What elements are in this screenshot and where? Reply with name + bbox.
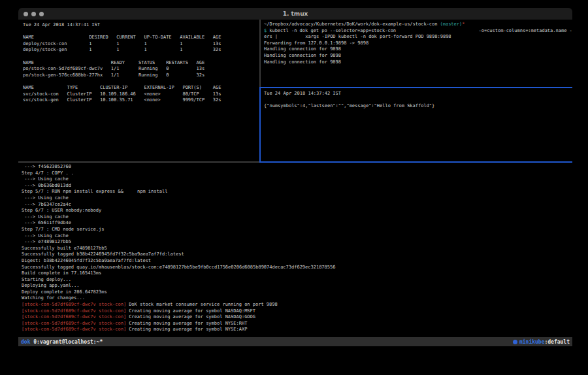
- tmux-status-bar: dok 0:vagrant@localhost:~* minikube:defa…: [18, 337, 572, 346]
- curl-timestamp: Tue 24 Apr 2018 14:37:42 IST: [264, 91, 572, 97]
- kube-namespace: :default: [544, 339, 570, 345]
- window-title: 1. tmux: [18, 8, 572, 20]
- pod-log-message: Creating moving average for symbol NYSE:…: [129, 321, 247, 326]
- container-log-line: [stock-con-5d7df689cf-dwc7v stock-con]Do…: [22, 302, 572, 308]
- pane-kubectl-watch[interactable]: Tue 24 Apr 2018 14:37:41 IST NAME DESIRE…: [18, 20, 259, 161]
- deployments-table: NAME DESIRED CURRENT UP-TO-DATE AVAILABL…: [23, 35, 259, 54]
- services-table: NAME TYPE CLUSTER-IP EXTERNAL-IP PORT(S)…: [23, 85, 259, 104]
- status-right: minikube:default: [513, 339, 570, 345]
- cwd-path: ~/Dropbox/advocacy/Kubernetes/DoK/work/d…: [264, 22, 440, 27]
- spacer: [264, 97, 572, 104]
- pod-log-message: Creating moving average for symbol NASDA…: [129, 314, 255, 319]
- pod-log-message: DoK stock market consumer service runnin…: [129, 302, 278, 307]
- command-text: kubectl -n dok get po --selector=app=sto…: [269, 28, 572, 33]
- curl-json-response: {"numsymbols":4,"lastseen":"","message":…: [264, 103, 572, 110]
- pod-log-message: Creating moving average for symbol NYSE:…: [129, 327, 247, 332]
- git-branch: (master): [440, 22, 463, 27]
- spacer: [23, 54, 259, 60]
- pane-port-forward[interactable]: ~/Dropbox/advocacy/Kubernetes/DoK/work/d…: [261, 20, 572, 87]
- spacer: [23, 29, 259, 35]
- pod-log-prefix: [stock-con-5d7df689cf-dwc7v stock-con]: [22, 314, 129, 319]
- command-line: $kubectl -n dok get po --selector=app=st…: [264, 28, 572, 35]
- spacer: [23, 78, 259, 85]
- status-left: dok 0:vagrant@localhost:~*: [21, 339, 103, 345]
- pane-border-horizontal-active: [261, 87, 572, 88]
- pane-border-vertical-active: [259, 87, 261, 163]
- docker-build-log: ---> f45623052760 Step 4/7 : COPY . . --…: [22, 164, 572, 302]
- pane-skaffold-build[interactable]: ---> f45623052760 Step 4/7 : COPY . . --…: [18, 163, 572, 337]
- pod-log-prefix: [stock-con-5d7df689cf-dwc7v stock-con]: [22, 321, 129, 326]
- prompt-symbol: $: [264, 28, 269, 33]
- pod-log-prefix: [stock-con-5d7df689cf-dwc7v stock-con]: [22, 302, 129, 307]
- shell-prompt-path: ~/Dropbox/advocacy/Kubernetes/DoK/work/d…: [264, 22, 572, 28]
- command-wrap-line: ers | xargs -IPOD kubectl -n dok port-fo…: [264, 34, 572, 41]
- pane-border-vertical-inactive: [259, 20, 261, 87]
- pod-log-message: Creating moving average for symbol NASDA…: [129, 308, 255, 314]
- pod-log-prefix: [stock-con-5d7df689cf-dwc7v stock-con]: [22, 308, 129, 314]
- window-titlebar: 1. tmux: [18, 8, 572, 20]
- terminal-window: 1. tmux Tue 24 Apr 2018 14:37:41 IST NAM…: [18, 8, 572, 346]
- container-log-line: [stock-con-5d7df689cf-dwc7v stock-con]Cr…: [22, 321, 572, 327]
- pane-curl-response[interactable]: Tue 24 Apr 2018 14:37:42 IST {"numsymbol…: [261, 88, 572, 161]
- pod-log-prefix: [stock-con-5d7df689cf-dwc7v stock-con]: [22, 327, 129, 332]
- container-log-line: [stock-con-5d7df689cf-dwc7v stock-con]Cr…: [22, 314, 572, 321]
- kube-context: minikube: [519, 339, 545, 345]
- pods-table: NAME READY STATUS RESTARTS AGE po/stock-…: [23, 60, 259, 79]
- port-forward-output: Forwarding from 127.0.0.1:9898 -> 9898 H…: [264, 41, 572, 65]
- kubernetes-context-icon: [513, 340, 517, 344]
- status-window-label[interactable]: 0:vagrant@localhost:~*: [33, 339, 103, 345]
- git-dirty-flag: *: [462, 22, 465, 27]
- container-log-line: [stock-con-5d7df689cf-dwc7v stock-con]Cr…: [22, 327, 572, 333]
- container-log-line: [stock-con-5d7df689cf-dwc7v stock-con]Cr…: [22, 308, 572, 315]
- session-name: dok: [21, 339, 30, 345]
- watch-timestamp: Tue 24 Apr 2018 14:37:41 IST: [23, 22, 259, 29]
